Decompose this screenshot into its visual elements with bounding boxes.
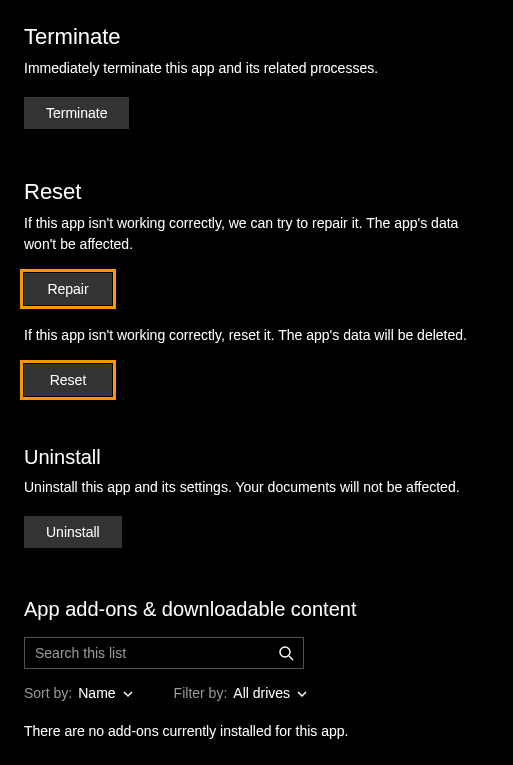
chevron-down-icon — [122, 687, 134, 699]
reset-title: Reset — [24, 179, 489, 205]
filter-value: All drives — [233, 685, 290, 701]
uninstall-desc: Uninstall this app and its settings. You… — [24, 477, 489, 498]
filter-by-dropdown[interactable]: Filter by: All drives — [174, 685, 308, 701]
addons-empty-message: There are no add-ons currently installed… — [24, 723, 489, 739]
reset-button[interactable]: Reset — [24, 364, 112, 396]
uninstall-button[interactable]: Uninstall — [24, 516, 122, 548]
terminate-desc: Immediately terminate this app and its r… — [24, 58, 489, 79]
repair-desc: If this app isn't working correctly, we … — [24, 213, 489, 255]
terminate-button[interactable]: Terminate — [24, 97, 129, 129]
chevron-down-icon — [296, 687, 308, 699]
sort-by-dropdown[interactable]: Sort by: Name — [24, 685, 134, 701]
sort-value: Name — [78, 685, 115, 701]
uninstall-title: Uninstall — [24, 446, 489, 469]
search-container — [24, 637, 304, 669]
repair-button[interactable]: Repair — [24, 273, 112, 305]
terminate-title: Terminate — [24, 24, 489, 50]
addons-section: App add-ons & downloadable content Sort … — [24, 598, 489, 739]
filter-label: Filter by: — [174, 685, 228, 701]
search-input[interactable] — [24, 637, 304, 669]
addons-title: App add-ons & downloadable content — [24, 598, 489, 621]
terminate-section: Terminate Immediately terminate this app… — [24, 24, 489, 129]
filter-bar: Sort by: Name Filter by: All drives — [24, 685, 489, 701]
reset-section: Reset If this app isn't working correctl… — [24, 179, 489, 396]
reset-desc: If this app isn't working correctly, res… — [24, 325, 489, 346]
sort-label: Sort by: — [24, 685, 72, 701]
uninstall-section: Uninstall Uninstall this app and its set… — [24, 446, 489, 548]
